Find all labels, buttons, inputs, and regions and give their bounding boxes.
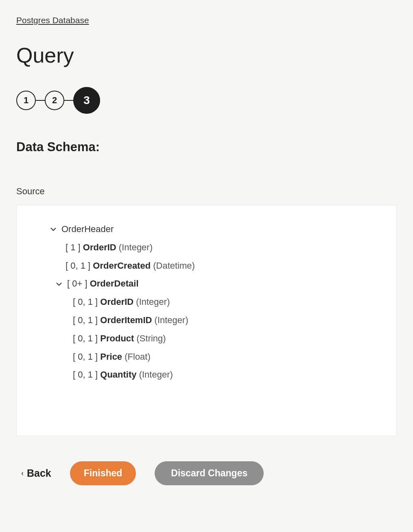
page-title: Query [16,43,397,67]
step-indicator: 1 2 3 [16,87,397,114]
schema-field[interactable]: [ 0, 1 ] Product (String) [33,332,380,345]
field-cardinality: [ 0, 1 ] [73,296,98,308]
field-type: (Integer) [136,296,170,308]
field-name: Quantity [100,369,136,381]
footer-actions: ‹ Back Finished Discard Changes [16,461,397,485]
step-connector [36,100,45,101]
field-type: (Integer) [119,241,153,254]
back-label: Back [27,467,51,479]
field-type: (String) [137,332,166,345]
schema-child[interactable]: [ 0+ ] OrderDetail [33,278,380,290]
schema-field[interactable]: [ 0, 1 ] OrderCreated (Datetime) [33,260,380,272]
schema-field[interactable]: [ 1 ] OrderID (Integer) [33,241,380,254]
field-type: (Datetime) [153,260,195,272]
source-label: Source [16,186,397,197]
schema-field[interactable]: [ 0, 1 ] OrderID (Integer) [33,296,380,308]
field-cardinality: [ 0, 1 ] [73,369,98,381]
schema-field[interactable]: [ 0, 1 ] OrderItemID (Integer) [33,314,380,327]
field-name: OrderItemID [100,314,152,327]
field-name: Price [100,351,122,363]
schema-box: OrderHeader [ 1 ] OrderID (Integer) [ 0,… [16,205,397,436]
back-button[interactable]: ‹ Back [21,467,51,479]
step-1[interactable]: 1 [16,91,36,110]
field-name: OrderID [83,241,116,254]
field-cardinality: [ 0, 1 ] [73,314,98,327]
finished-button[interactable]: Finished [70,461,136,485]
step-2[interactable]: 2 [45,91,64,110]
schema-field[interactable]: [ 0, 1 ] Price (Float) [33,351,380,363]
chevron-left-icon: ‹ [21,469,24,478]
field-name: OrderCreated [93,260,151,272]
field-name: Product [100,332,134,345]
field-type: (Integer) [155,314,188,327]
child-cardinality: [ 0+ ] [67,278,87,290]
schema-field[interactable]: [ 0, 1 ] Quantity (Integer) [33,369,380,381]
chevron-down-icon [50,226,57,232]
chevron-down-icon [56,281,62,287]
child-name: OrderDetail [90,278,139,290]
step-3[interactable]: 3 [73,87,100,114]
discard-button[interactable]: Discard Changes [155,461,264,485]
field-cardinality: [ 0, 1 ] [73,351,98,363]
field-type: (Integer) [139,369,173,381]
step-connector [64,100,73,101]
schema-root[interactable]: OrderHeader [33,223,380,236]
field-cardinality: [ 1 ] [66,241,81,254]
field-name: OrderID [100,296,133,308]
section-heading: Data Schema: [16,140,397,154]
field-type: (Float) [125,351,151,363]
breadcrumb-link[interactable]: Postgres Database [16,15,89,25]
field-cardinality: [ 0, 1 ] [66,260,90,272]
field-cardinality: [ 0, 1 ] [73,332,98,345]
schema-root-label: OrderHeader [61,223,114,236]
